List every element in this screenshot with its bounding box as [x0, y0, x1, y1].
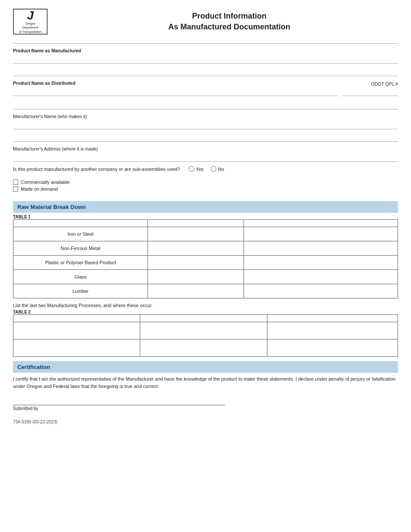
made-on-demand-label: Made on demand	[21, 186, 58, 192]
table1-col1-header	[13, 220, 148, 227]
sub-assembly-question: Is this product manufactured by another …	[13, 167, 180, 172]
table-row	[13, 340, 398, 357]
manufacturing-instruction: List the last two Manufacturing Processe…	[13, 303, 398, 308]
table1-col2-header	[148, 220, 244, 227]
form-number: 734-5395 (03-22-2023)	[13, 420, 398, 424]
logo-text: Oregon Department of Transportation	[19, 22, 42, 33]
page-header: J Oregon Department of Transportation Pr…	[13, 9, 398, 35]
logo: J Oregon Department of Transportation	[13, 9, 48, 35]
raw-material-section-header: Raw Material Break Down	[13, 201, 398, 213]
made-on-demand-checkbox[interactable]	[13, 186, 18, 192]
radio-no-label: No	[218, 167, 224, 172]
table-row: Non-Ferrous Metal	[13, 241, 398, 256]
table2	[13, 314, 398, 357]
table-row	[13, 322, 398, 340]
logo-letter: J	[27, 10, 34, 22]
manufacturer-address-label: Manufacturer's Address (where it is made…	[13, 146, 398, 151]
radio-yes[interactable]: Yes	[189, 166, 204, 172]
table-row: Glass	[13, 270, 398, 284]
odot-qpl-label: ODOT QPL #	[342, 81, 398, 87]
table2-col1-header	[13, 315, 140, 322]
signature-line[interactable]	[13, 397, 225, 405]
radio-no-circle[interactable]	[211, 166, 216, 172]
table2-label: TABLE 2	[13, 310, 398, 314]
manufacturer-name-input[interactable]	[13, 120, 398, 129]
product-name-distributed-input[interactable]	[13, 87, 337, 96]
table2-col2-header	[140, 315, 267, 322]
commercially-available-checkbox[interactable]	[13, 179, 18, 185]
table1-col3-header	[244, 220, 398, 227]
sub-assembly-radio-group: Yes No	[189, 166, 224, 172]
table-row: Lumber	[13, 284, 398, 298]
submitted-by-label: Submitted by	[13, 406, 398, 411]
odot-qpl-input[interactable]	[342, 87, 398, 96]
manufacturer-name-field: Manufacturer's Name (who makes it)	[13, 114, 398, 131]
divider-2	[13, 109, 398, 109]
product-distributed-row: Product Name as Distributed ODOT QPL #	[13, 80, 398, 96]
radio-yes-circle[interactable]	[189, 166, 194, 172]
page-title: Product Information As Manufactured Docu…	[61, 11, 398, 32]
made-on-demand-row[interactable]: Made on demand	[13, 186, 398, 192]
table-row: Plastic or Polymer Based Product	[13, 256, 398, 270]
product-name-manufactured-field: Product Name as Manufactured	[13, 48, 398, 65]
table1: Iron or SteelNon-Ferrous MetalPlastic or…	[13, 219, 398, 298]
certification-text: I certify that I am the authorized repre…	[13, 375, 398, 390]
divider-1	[13, 76, 398, 76]
table-row: Iron or Steel	[13, 227, 398, 241]
radio-no[interactable]: No	[211, 166, 224, 172]
table1-label: TABLE 1	[13, 215, 398, 219]
divider-3	[13, 141, 398, 142]
manufacturer-address-field: Manufacturer's Address (where it is made…	[13, 146, 398, 163]
radio-yes-label: Yes	[196, 167, 204, 172]
product-name-manufactured-input[interactable]	[13, 54, 398, 64]
commercially-available-row[interactable]: Commercially available	[13, 179, 398, 185]
product-name-manufactured-label: Product Name as Manufactured	[13, 48, 398, 53]
table2-col3-header	[267, 315, 398, 322]
certification-section: Certification I certify that I am the au…	[13, 361, 398, 411]
manufacturer-name-label: Manufacturer's Name (who makes it)	[13, 114, 398, 119]
sub-assembly-row: Is this product manufactured by another …	[13, 166, 398, 172]
header-divider	[13, 43, 398, 44]
product-name-distributed-label: Product Name as Distributed	[13, 80, 337, 86]
certification-header: Certification	[13, 361, 398, 373]
manufacturer-address-input[interactable]	[13, 152, 398, 162]
commercially-available-label: Commercially available	[21, 179, 70, 185]
